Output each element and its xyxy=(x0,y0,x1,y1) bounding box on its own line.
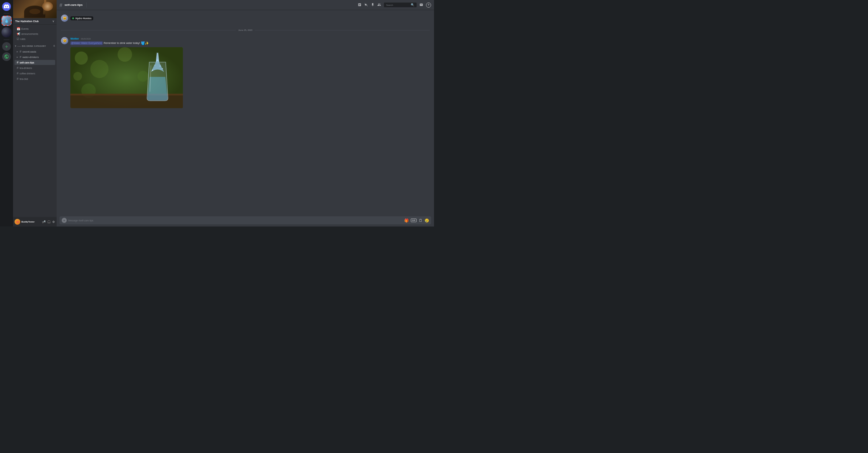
message-body-text: Remember to drink water today! xyxy=(104,41,140,45)
sticker-button[interactable]: 🗒 xyxy=(419,219,422,223)
channel-item-self-care[interactable]: # self-care-tips xyxy=(15,60,55,65)
category-add-channel-button[interactable]: + xyxy=(53,44,55,48)
channel-name-secret-oasis: secret-oasis xyxy=(22,50,36,53)
channel-header-title: self-care-tips xyxy=(65,3,83,7)
message-author-avatar: 🐱 xyxy=(61,37,68,44)
header-separator xyxy=(86,3,87,8)
user-controls: 🎤 🎧 ⚙ xyxy=(42,220,55,224)
channel-item-secret-oasis[interactable]: ▶ # secret-oasis xyxy=(15,49,55,54)
search-icon: 🔍 xyxy=(411,3,414,7)
chat-input-box: + Message #self-care-tips 🎁 GIF 🗒 😢 xyxy=(60,216,431,224)
deafen-button[interactable]: 🎧 xyxy=(47,220,51,224)
channel-item-announcements[interactable]: 📢 announcements xyxy=(15,32,55,36)
channel-sidebar: The Hydration Club ∨ 📅 Events 📢 announce… xyxy=(13,0,57,226)
channel-name-events: Events xyxy=(21,28,29,30)
server-name-row[interactable]: The Hydration Club ∨ xyxy=(13,18,57,25)
svg-point-2 xyxy=(75,52,88,65)
mention-tag[interactable]: @Water Water Everywhere xyxy=(70,41,103,45)
svg-point-11 xyxy=(162,68,163,69)
chat-header: # self-care-tips xyxy=(57,0,434,10)
channel-item-events[interactable]: 📅 Events xyxy=(15,26,55,31)
hash-icon-coffee: # xyxy=(17,72,19,75)
server-separator xyxy=(4,13,9,13)
message-emoji: 🪣✨ xyxy=(141,41,149,46)
gift-button[interactable]: 🎁 xyxy=(404,219,409,223)
chat-input-area: + Message #self-care-tips 🎁 GIF 🗒 😢 xyxy=(57,214,434,226)
svg-point-12 xyxy=(155,65,155,66)
category-big-drink[interactable]: ▼ ----- BIG DRINK CATEGORY + xyxy=(13,42,57,49)
gif-button[interactable]: GIF xyxy=(411,219,417,222)
pinned-user-bar: 🐱 Hydro Homies xyxy=(61,13,430,23)
message-author-name: Wotter xyxy=(70,37,79,40)
channel-name-coffee-drinkers: coffee-drinkers xyxy=(20,72,35,75)
rules-icon: ☑ xyxy=(17,37,19,41)
hash-icon-secret: # xyxy=(20,50,21,53)
hash-icon-tea-club: # xyxy=(17,77,19,81)
svg-point-13 xyxy=(160,65,161,66)
channel-header-hash: # xyxy=(60,2,62,8)
message-content: Wotter 06/25/2020 @Water Water Everywher… xyxy=(70,37,430,108)
hash-icon-water: # xyxy=(20,55,21,59)
username-display: BuddyTester xyxy=(21,221,41,223)
server-sidebar: 💧 + xyxy=(0,0,13,226)
channel-name-water-drinkers: water-drinkers xyxy=(22,56,39,58)
message-image xyxy=(70,47,183,108)
channel-item-water-drinkers[interactable]: ▶ # water-drinkers xyxy=(15,54,55,60)
channel-item-rules[interactable]: ☑ rules xyxy=(15,37,55,41)
user-panel: 🫖 BuddyTester 🎤 🎧 ⚙ xyxy=(13,217,57,226)
svg-point-10 xyxy=(152,69,153,71)
input-action-icons: 🎁 GIF 🗒 😢 xyxy=(404,219,429,223)
mute-button[interactable]: 🎤 xyxy=(42,220,46,224)
channel-name-announcements: announcements xyxy=(21,33,38,35)
add-server-button[interactable]: + xyxy=(2,42,11,51)
online-username: Hydro Homies xyxy=(75,17,91,20)
messages-area[interactable]: 🐱 Hydro Homies June 25, 2020 🐱 Wotter 06… xyxy=(57,10,434,214)
message-timestamp: 06/25/2020 xyxy=(81,38,91,40)
water-glass-illustration xyxy=(139,52,176,103)
settings-button[interactable]: ⚙ xyxy=(52,220,55,224)
channel-name-self-care: self-care-tips xyxy=(20,61,34,64)
message-header: Wotter 06/25/2020 xyxy=(70,37,430,40)
online-badge: Hydro Homies xyxy=(70,16,93,20)
help-button[interactable]: ? xyxy=(426,3,431,8)
channel-name-tea-club: tea-club xyxy=(20,78,28,80)
thread-indicator-icon-2: ▶ xyxy=(17,56,18,58)
date-divider: June 25, 2020 xyxy=(61,29,430,31)
main-content: # self-care-tips xyxy=(57,0,434,226)
search-placeholder-text: Search xyxy=(386,4,409,6)
date-line-right xyxy=(255,30,430,30)
threads-button[interactable] xyxy=(358,3,361,7)
events-icon: 📅 xyxy=(17,27,20,30)
search-box[interactable]: Search 🔍 xyxy=(384,3,417,7)
discover-servers-button[interactable] xyxy=(2,52,11,61)
channel-list: 📅 Events 📢 announcements ☑ rules ▼ -----… xyxy=(13,25,57,217)
channel-item-tea-club[interactable]: # tea-club xyxy=(15,76,55,81)
pin-button[interactable] xyxy=(371,3,374,7)
channel-item-coffee-drinkers[interactable]: # coffee-drinkers xyxy=(15,71,55,76)
hash-icon-self-care: # xyxy=(17,61,19,64)
hash-icon-tea: # xyxy=(17,66,19,70)
server-name: The Hydration Club xyxy=(15,20,52,23)
channel-name-rules: rules xyxy=(20,38,25,40)
online-status-dot xyxy=(72,17,74,19)
message-row: 🐱 Wotter 06/25/2020 @Water Water Everywh… xyxy=(61,37,430,108)
server-separator-2 xyxy=(4,40,9,40)
channel-item-tea-drinkers[interactable]: # tea-drinkers xyxy=(15,65,55,70)
date-text: June 25, 2020 xyxy=(238,29,252,31)
server-icon-hydration-club[interactable]: 💧 xyxy=(1,16,12,26)
discord-home-button[interactable] xyxy=(2,2,11,11)
svg-point-7 xyxy=(73,72,82,81)
mute-channel-button[interactable] xyxy=(364,3,368,7)
date-line-left xyxy=(61,30,236,30)
attach-file-button[interactable]: + xyxy=(62,218,67,223)
announcements-icon: 📢 xyxy=(17,32,20,36)
members-button[interactable] xyxy=(377,3,381,7)
header-icons: Search 🔍 ? xyxy=(358,3,431,8)
emoji-button[interactable]: 😢 xyxy=(425,219,429,223)
server-banner xyxy=(13,0,57,18)
server-icon-dark[interactable] xyxy=(1,27,12,37)
message-input[interactable]: Message #self-care-tips xyxy=(68,219,403,222)
inbox-button[interactable] xyxy=(419,3,423,7)
server-dropdown-icon: ∨ xyxy=(52,20,54,23)
svg-point-4 xyxy=(118,47,132,62)
